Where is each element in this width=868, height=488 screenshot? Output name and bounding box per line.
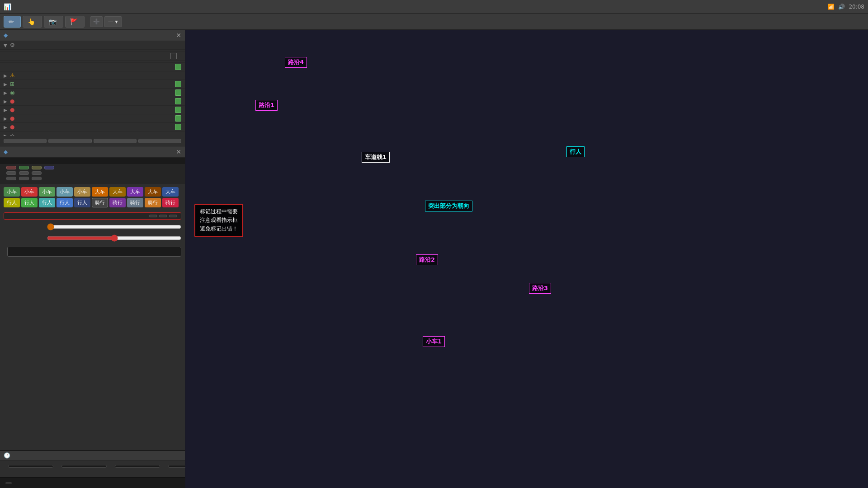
grid-icon: ⊞ <box>10 81 14 87</box>
people-btn-1[interactable]: 行人 <box>4 198 20 207</box>
displays-diamond-icon: ◆ <box>4 32 8 38</box>
delete-cloud-button[interactable] <box>32 171 42 175</box>
cloud-display-button[interactable] <box>149 215 157 217</box>
people-buttons-row: 行人 行人 行人 行人 行人 骑行 骑行 骑行 骑行 骑行 <box>4 198 181 207</box>
annotation-close-button[interactable]: ✕ <box>176 148 181 155</box>
marker-icon: ● <box>10 115 14 122</box>
marker-icon: ● <box>10 124 14 130</box>
menu-mark[interactable] <box>25 160 33 162</box>
car-btn-1[interactable]: 小车 <box>4 187 20 197</box>
clock-icon: 🕐 <box>4 452 10 459</box>
menu-edit[interactable] <box>11 160 18 162</box>
vp-label-luzhi2[interactable]: 路沿2 <box>416 254 438 265</box>
marker3-checkbox[interactable] <box>175 115 181 122</box>
add-toolbar-button[interactable]: ➕ <box>90 16 103 27</box>
rider-btn-4[interactable]: 骑行 <box>145 198 161 207</box>
annotation-title: ◆ <box>4 149 9 155</box>
direction-row <box>0 234 185 244</box>
rider-btn-1[interactable]: 骑行 <box>92 198 108 207</box>
axes-icon: ⊹ <box>10 132 14 136</box>
rename-display-button[interactable] <box>138 139 181 143</box>
interactive-markers-checkbox[interactable] <box>175 89 181 96</box>
display-item-axes[interactable]: ▶ ⊹ <box>0 131 185 136</box>
polygon-select-button[interactable] <box>32 177 42 180</box>
people-btn-5[interactable]: 行人 <box>74 198 90 207</box>
mark-cloud-button[interactable] <box>19 171 29 175</box>
tooltip-text: 标记过程中需要注意观看指示框避免标记出错！ <box>200 208 238 232</box>
car-btn-10[interactable]: 大车 <box>162 187 179 197</box>
clock: 20:08 <box>849 4 864 10</box>
displays-close-button[interactable]: ✕ <box>176 32 181 39</box>
marker4-checkbox[interactable] <box>175 124 181 130</box>
people-btn-2[interactable]: 行人 <box>21 198 38 207</box>
menu-view[interactable] <box>18 160 25 162</box>
move-zoom-button[interactable] <box>6 171 16 175</box>
road-f2-button[interactable] <box>19 166 29 169</box>
default-light-checkbox[interactable] <box>175 64 181 70</box>
vp-label-xiaoche1[interactable]: 小车1 <box>423 336 445 347</box>
car-btn-7[interactable]: 大车 <box>109 187 126 197</box>
scene-canvas <box>185 30 868 488</box>
display-item-global-status[interactable]: ▶ ⚠ <box>0 71 185 80</box>
display-item-default-light[interactable] <box>0 63 185 71</box>
car-btn-5[interactable]: 小车 <box>74 187 90 197</box>
display-item-marker1[interactable]: ▶ ● <box>0 97 185 106</box>
rider-btn-3[interactable]: 骑行 <box>127 198 143 207</box>
occlusion-row <box>0 221 185 234</box>
vp-label-luzhi1[interactable]: 路沿1 <box>255 100 278 111</box>
display-item-interactive-markers[interactable]: ▶ ◉ <box>0 89 185 97</box>
marker1-checkbox[interactable] <box>175 98 181 104</box>
display-item-global-options[interactable]: ▼ ⚙ <box>0 41 185 50</box>
marker2-checkbox[interactable] <box>175 107 181 113</box>
point-select-button[interactable] <box>6 177 16 180</box>
rider-btn-5[interactable]: 骑行 <box>162 198 179 207</box>
3d-viewport[interactable]: 路沿4 路沿1 车道线1 行人 突出部分为朝向 路沿2 路沿3 小车1 标记过程… <box>185 30 868 488</box>
index-display-button[interactable] <box>169 215 177 217</box>
display-item-background-color[interactable] <box>0 52 185 61</box>
rider-btn-2[interactable]: 骑行 <box>109 198 126 207</box>
select-method-row <box>4 177 181 180</box>
expand-arrow-icon: ▶ <box>4 125 8 130</box>
remove-display-button[interactable] <box>94 139 137 143</box>
display-item-marker2[interactable]: ▶ ● <box>0 106 185 114</box>
direction-slider[interactable] <box>47 235 181 242</box>
move-camera-button[interactable]: 📷 <box>44 16 63 28</box>
plant-flag-button[interactable]: 🚩 <box>65 16 85 28</box>
car-btn-8[interactable]: 大车 <box>127 187 143 197</box>
dropdown-toolbar-button[interactable]: — ▾ <box>104 16 122 27</box>
rect-select-button[interactable] <box>19 177 29 180</box>
occlusion-slider[interactable] <box>47 223 181 230</box>
display-item-marker3[interactable]: ▶ ● <box>0 114 185 123</box>
reset-button[interactable] <box>5 482 12 484</box>
lane-f4-button[interactable] <box>44 166 54 169</box>
display-item-grid[interactable]: ▶ ⊞ <box>0 80 185 89</box>
grid-checkbox[interactable] <box>175 81 181 87</box>
people-btn-4[interactable]: 行人 <box>57 198 73 207</box>
vp-label-luzhi3[interactable]: 路沿3 <box>529 283 551 294</box>
expand-arrow-icon: ▶ <box>4 133 8 136</box>
display-item-marker4[interactable]: ▶ ● <box>0 123 185 131</box>
car-btn-3[interactable]: 小车 <box>39 187 55 197</box>
vp-label-xingren[interactable]: 行人 <box>566 146 585 157</box>
duplicate-display-button[interactable] <box>48 139 91 143</box>
people-btn-3[interactable]: 行人 <box>39 198 55 207</box>
menu-select[interactable] <box>33 160 40 162</box>
car-btn-6[interactable]: 大车 <box>92 187 108 197</box>
car-btn-2[interactable]: 小车 <box>21 187 38 197</box>
vp-label-chedaoxian1[interactable]: 车道线1 <box>362 152 390 163</box>
interact-button[interactable]: 👆 <box>23 16 42 28</box>
displays-list: ▼ ⚙ <box>0 41 185 136</box>
vp-label-tuchu[interactable]: 突出部分为朝向 <box>425 201 472 211</box>
roadside-f3-button[interactable] <box>32 166 42 169</box>
vp-label-luzhi4[interactable]: 路沿4 <box>285 57 307 68</box>
displays-buttons <box>0 136 185 146</box>
car-btn-9[interactable]: 大车 <box>145 187 161 197</box>
obstacle-f1-button[interactable] <box>6 166 16 169</box>
mark-display-button[interactable] <box>159 215 167 217</box>
menu-file[interactable] <box>4 160 11 162</box>
add-display-button[interactable] <box>4 139 47 143</box>
annotation-tool-button[interactable]: ✏️ <box>4 16 21 28</box>
dataset-path-input[interactable] <box>7 247 181 257</box>
expand-arrow-icon: ▶ <box>4 82 8 87</box>
car-btn-4[interactable]: 小车 <box>57 187 73 197</box>
